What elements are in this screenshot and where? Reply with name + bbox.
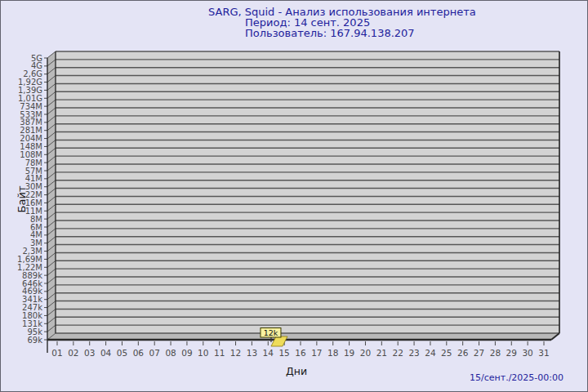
- x-tick-label: 13: [247, 348, 257, 358]
- x-tick-label: 11: [214, 348, 225, 358]
- x-tick-label: 03: [84, 348, 95, 358]
- x-tick-label: 05: [117, 348, 127, 358]
- x-tick-label: 07: [149, 348, 160, 358]
- x-tick-label: 12: [230, 348, 241, 358]
- report-user: Пользователь: 167.94.138.207: [245, 28, 415, 38]
- sarg-report-page: 5G4G2,6G1,92G1,39G1,01G734M533M387M281M2…: [0, 0, 588, 392]
- chart-canvas: 5G4G2,6G1,92G1,39G1,01G734M533M387M281M2…: [1, 1, 588, 392]
- x-tick-label: 09: [181, 348, 192, 358]
- x-tick-label: 30: [522, 348, 532, 358]
- x-tick-label: 29: [506, 348, 517, 358]
- x-tick-label: 10: [198, 348, 208, 358]
- x-tick-label: 19: [344, 348, 354, 358]
- report-timestamp: 15/сент./2025-00:00: [470, 372, 564, 383]
- x-tick-label: 25: [441, 348, 452, 358]
- x-tick-label: 26: [457, 348, 469, 358]
- x-tick-label: 24: [425, 348, 436, 358]
- x-tick-label: 18: [327, 348, 338, 358]
- bar-value-label: 12k: [264, 328, 278, 337]
- x-tick-label: 23: [408, 348, 419, 358]
- x-axis-title: Дни: [270, 365, 323, 377]
- x-tick-label: 17: [311, 348, 322, 358]
- x-tick-label: 27: [474, 348, 484, 358]
- y-tick-label: 69k: [27, 336, 42, 345]
- x-tick-label: 04: [100, 348, 112, 358]
- x-tick-label: 21: [376, 348, 387, 358]
- x-tick-label: 08: [165, 348, 176, 358]
- x-tick-label: 28: [490, 348, 501, 358]
- x-tick-label: 16: [295, 348, 306, 358]
- x-tick-label: 15: [278, 348, 289, 358]
- x-tick-label: 22: [393, 348, 403, 358]
- x-tick-label: 20: [360, 348, 371, 358]
- x-tick-label: 01: [51, 348, 62, 358]
- x-tick-label: 14: [263, 348, 274, 358]
- plot-back-plane: [56, 51, 559, 333]
- x-tick-label: 02: [68, 348, 78, 358]
- x-tick-label: 06: [133, 348, 145, 358]
- x-tick-label: 31: [538, 348, 549, 358]
